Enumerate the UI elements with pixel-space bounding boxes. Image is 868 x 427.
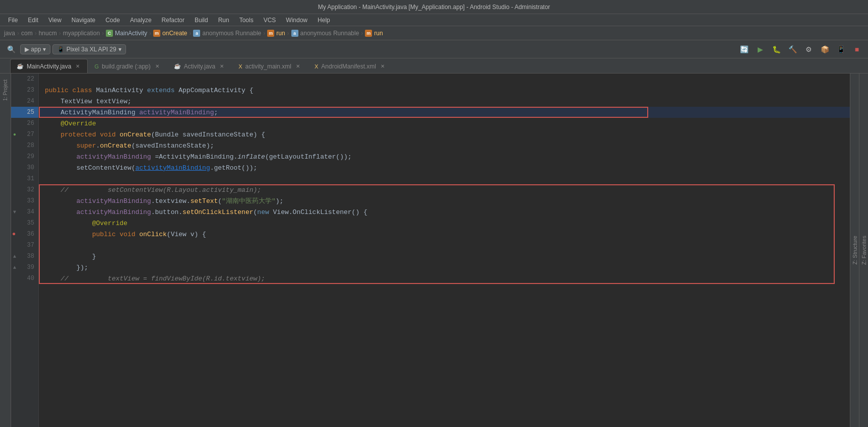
menu-window[interactable]: Window — [282, 16, 312, 25]
indent-33 — [45, 197, 76, 205]
title-bar: My Application - MainActivity.java [My_A… — [0, 0, 868, 14]
sdk-manager-button[interactable]: 📦 — [818, 42, 832, 56]
indent-35 — [45, 220, 92, 227]
cls-bundle: Bundle — [155, 131, 182, 138]
run-gutter-icon-36: ● — [12, 231, 16, 238]
dot-onclicklistener: . — [289, 208, 293, 216]
breadcrumb-mainactivity[interactable]: MainActivity — [115, 30, 147, 37]
tab-mainactivity-label: MainActivity.java — [27, 63, 71, 70]
paren-open-27: ( — [151, 131, 155, 138]
breadcrumb-myapplication[interactable]: myapplication — [63, 30, 100, 37]
code-line-28: super . onCreate (savedInstanceState); — [39, 140, 850, 151]
menu-code[interactable]: Code — [101, 16, 124, 25]
run-config-selector[interactable]: ▶ app ▾ — [20, 44, 50, 54]
structure-label[interactable]: Z: Structure — [851, 232, 859, 268]
tab-activity-main-xml[interactable]: X activity_main.xml ✕ — [232, 59, 308, 73]
line-26: 26 — [11, 118, 38, 129]
indent-38 — [45, 253, 92, 260]
breadcrumb-hnucm[interactable]: hnucm — [39, 30, 57, 37]
menu-build[interactable]: Build — [191, 16, 212, 25]
menu-refactor[interactable]: Refactor — [158, 16, 189, 25]
menu-edit[interactable]: Edit — [24, 16, 42, 25]
paren-open-36: ( — [167, 231, 171, 238]
tab-manifest-label: AndroidManifest.xml — [321, 63, 376, 70]
cls-textview: TextView — [60, 98, 96, 105]
code-line-34: activityMainBinding .button. setOnClickL… — [39, 206, 850, 218]
tab-activity-close[interactable]: ✕ — [218, 63, 225, 69]
menu-file[interactable]: File — [4, 16, 22, 25]
anon-icon-2: a — [291, 30, 298, 37]
menu-navigate[interactable]: Navigate — [68, 16, 99, 25]
breadcrumb-anon-runnable-1[interactable]: anonymous Runnable — [202, 30, 261, 37]
fold-icon-39[interactable]: ▲ — [13, 265, 16, 270]
avd-manager-button[interactable]: 📱 — [834, 42, 848, 56]
build-button[interactable]: 🔨 — [785, 42, 799, 56]
var-binding-34: activityMainBinding — [76, 208, 151, 216]
tab-mainactivity[interactable]: ☕ MainActivity.java ✕ — [10, 59, 88, 73]
breadcrumb-oncreate[interactable]: onCreate — [162, 30, 187, 37]
breadcrumb-anon-runnable-2[interactable]: anonymous Runnable — [300, 30, 359, 37]
indent-26 — [45, 120, 60, 127]
tab-activity-label: Activity.java — [184, 63, 215, 70]
line-28: 28 — [11, 140, 38, 151]
breadcrumb-com[interactable]: com — [21, 30, 33, 37]
tab-androidmanifest[interactable]: X AndroidManifest.xml ✕ — [308, 59, 393, 73]
tab-gradle-close[interactable]: ✕ — [154, 63, 161, 69]
sidebar-project-label[interactable]: 1: Project — [2, 78, 9, 103]
breadcrumb-run-1[interactable]: run — [276, 30, 285, 37]
line-27: ● 27 — [11, 129, 38, 140]
var-binding-33: activityMainBinding — [76, 197, 151, 205]
link-activitybinding-30[interactable]: activityMainBinding — [135, 164, 210, 172]
cls-activitybinding: ActivityMainBinding — [60, 109, 139, 116]
debug-button[interactable]: 🐛 — [769, 42, 783, 56]
kw-public-36: public — [92, 231, 120, 238]
tab-manifest-close[interactable]: ✕ — [379, 63, 386, 69]
menu-tools[interactable]: Tools — [235, 16, 258, 25]
indent-34 — [45, 208, 76, 216]
favorites-label[interactable]: Z: Favorites — [860, 232, 868, 269]
method-setonclick: setOnClickListener — [182, 208, 253, 216]
code-container: 22 23 24 25 26 ● 27 28 29 30 31 32 33 ▼ … — [11, 74, 850, 427]
tab-activity[interactable]: ☕ Activity.java ✕ — [167, 59, 232, 73]
indent-40 — [45, 275, 60, 282]
menu-help[interactable]: Help — [314, 16, 334, 25]
code-line-36: public void onClick ( View v ) { — [39, 229, 850, 240]
stop-button[interactable]: ■ — [850, 42, 864, 56]
line-40: 40 — [11, 273, 38, 284]
class-icon: C — [106, 30, 113, 37]
breadcrumb-run-2[interactable]: run — [374, 30, 383, 37]
tab-gradle-label: build.gradle (:app) — [102, 63, 151, 70]
menu-vcs[interactable]: VCS — [260, 16, 280, 25]
search-everywhere-button[interactable]: 🔍 — [4, 42, 18, 56]
tab-xml-close[interactable]: ✕ — [294, 63, 301, 69]
line-31: 31 — [11, 173, 38, 184]
device-selector[interactable]: 📱 Pixel 3a XL API 29 ▾ — [52, 44, 126, 54]
menu-view[interactable]: View — [44, 16, 66, 25]
breadcrumb-java[interactable]: java — [4, 30, 15, 37]
sync-button[interactable]: 🔄 — [737, 42, 751, 56]
toolbar-left: 🔍 ▶ app ▾ 📱 Pixel 3a XL API 29 ▾ — [4, 42, 126, 56]
tab-mainactivity-close[interactable]: ✕ — [74, 63, 81, 69]
z-favorites-panel[interactable]: Z: Favorites — [859, 74, 868, 427]
editor-area[interactable]: 22 23 24 25 26 ● 27 28 29 30 31 32 33 ▼ … — [11, 74, 850, 427]
code-content: public class MainActivity extends AppCom… — [39, 74, 850, 427]
setcontent-30: setContentView( — [76, 164, 135, 172]
method-inflate: inflate — [237, 153, 265, 161]
dot-29: . — [234, 153, 238, 161]
menu-run[interactable]: Run — [214, 16, 233, 25]
eq-29: = — [155, 153, 159, 161]
run-button[interactable]: ▶ — [753, 42, 767, 56]
code-line-38: } — [39, 251, 850, 262]
args-29: (getLayoutInflater()); — [265, 153, 352, 161]
settings-button[interactable]: ⚙ — [801, 42, 816, 56]
kw-public-23: public — [45, 87, 73, 94]
line-24: 24 — [11, 96, 38, 107]
z-structure-panel[interactable]: Z: Structure — [850, 74, 859, 427]
menu-analyze[interactable]: Analyze — [126, 16, 156, 25]
fold-icon-38[interactable]: ▲ — [13, 254, 16, 259]
annotation-override-26: @Override — [60, 120, 96, 127]
cls-view-36: View — [171, 231, 191, 238]
tab-build-gradle[interactable]: G build.gradle (:app) ✕ — [88, 59, 167, 73]
code-line-32: // setContentView(R.Layout.activity_main… — [39, 184, 850, 195]
fold-icon-34[interactable]: ▼ — [13, 209, 16, 215]
